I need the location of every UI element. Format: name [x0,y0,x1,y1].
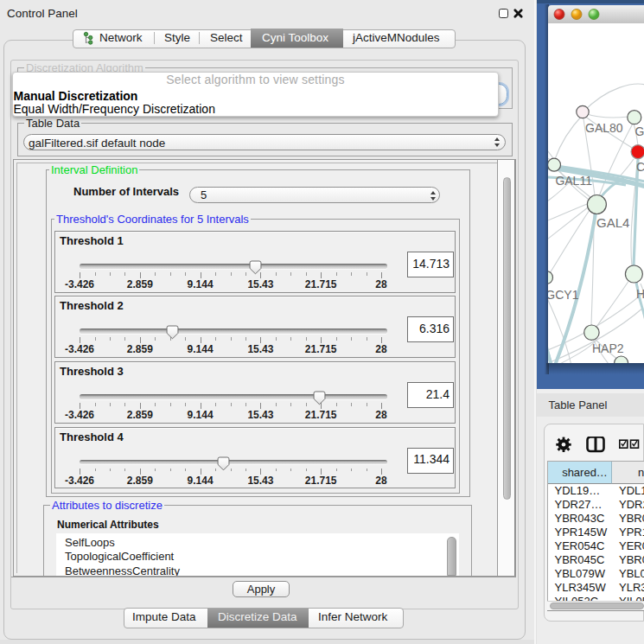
svg-text:HAP2: HAP2 [592,341,624,355]
svg-text:GAL80: GAL80 [585,121,623,135]
svg-text:GCY1: GCY1 [548,288,579,302]
svg-text:CYC8: CYC8 [636,160,644,174]
svg-text:GAL11: GAL11 [555,174,592,188]
svg-text:HIS7: HIS7 [636,287,644,301]
svg-text:GAL: GAL [635,124,644,138]
svg-text:GAL4: GAL4 [596,215,629,230]
